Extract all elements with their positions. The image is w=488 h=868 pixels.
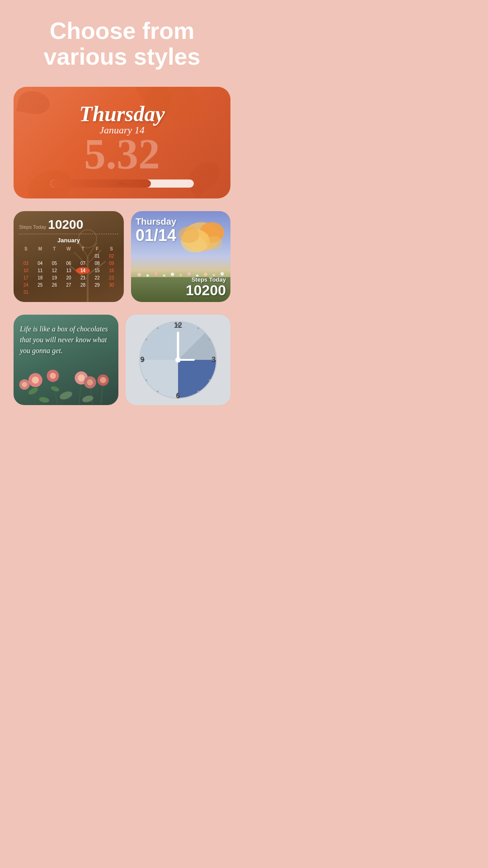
calendar-day (47, 253, 61, 259)
progress-label: 70% (117, 181, 127, 186)
steps-divider (19, 234, 118, 234)
widget-sky-landscape[interactable]: Thursday 01/14 Steps Today 10200 (131, 211, 230, 302)
quote-text: Life is like a box of chocolates that yo… (20, 324, 112, 356)
calendar-day: 06 (62, 260, 76, 267)
svg-point-18 (179, 274, 182, 277)
calendar-day: 16 (104, 267, 118, 274)
calendar-day: 20 (62, 274, 76, 281)
svg-point-39 (100, 377, 106, 383)
calendar-day (76, 289, 90, 296)
steps-today-value: 10200 (48, 217, 83, 231)
sky-day-label: Thursday (136, 217, 176, 227)
svg-point-15 (154, 272, 157, 275)
calendar-day: 01 (90, 253, 104, 259)
page-container: Choose from various styles Thursday Janu… (0, 0, 244, 423)
calendar-header: W (62, 245, 76, 252)
calendar-month: January (19, 237, 118, 244)
svg-point-41 (22, 382, 27, 387)
widget-time-display: 5.32 (84, 132, 160, 176)
calendar-day: 04 (33, 260, 47, 267)
calendar-day (104, 289, 118, 296)
sky-date-display: 01/14 (136, 227, 176, 244)
calendar-day: 02 (104, 253, 118, 259)
calendar-day: 10 (19, 267, 33, 274)
calendar-day: 11 (33, 267, 47, 274)
widget-clock[interactable]: 12 3 6 9 (126, 315, 230, 405)
calendar-day: 15 (90, 267, 104, 274)
calendar-day: 07 (76, 260, 90, 267)
calendar-day[interactable]: 14 (76, 267, 90, 274)
calendar-header: T (76, 245, 90, 252)
widget-datetime-large[interactable]: Thursday January 14 5.32 70% (14, 87, 230, 198)
svg-point-55 (197, 391, 199, 392)
headline-line1: Choose from (50, 18, 195, 44)
quote-flowers-decoration (14, 351, 118, 405)
svg-point-23 (221, 272, 224, 275)
svg-point-44 (59, 390, 74, 401)
calendar-day: 22 (90, 274, 104, 281)
steps-today-label: Steps Today (19, 224, 46, 230)
svg-point-35 (50, 373, 56, 379)
progress-bar-fill (50, 179, 151, 188)
svg-point-57 (145, 379, 147, 381)
calendar-day (76, 253, 90, 259)
svg-point-21 (204, 273, 207, 276)
calendar-day (62, 289, 76, 296)
calendar-day: 19 (47, 274, 61, 281)
calendar-header: M (33, 245, 47, 252)
clock-face: 12 3 6 9 (135, 317, 221, 403)
svg-text:12: 12 (174, 321, 182, 329)
widget-calendar[interactable]: Steps Today 10200 January SMTWTFS0102030… (14, 211, 124, 302)
sky-steps-section: Steps Today 10200 (186, 276, 226, 297)
svg-point-13 (138, 273, 141, 276)
sky-steps-value: 10200 (186, 283, 226, 297)
progress-bar-background: 70% (50, 179, 194, 188)
widget-day-label: Thursday (79, 101, 164, 126)
calendar-day (62, 253, 76, 259)
widgets-row-1: Steps Today 10200 January SMTWTFS0102030… (14, 211, 230, 302)
svg-point-53 (209, 339, 211, 340)
widget-quote[interactable]: Life is like a box of chocolates that yo… (14, 315, 118, 405)
svg-point-59 (157, 327, 159, 329)
svg-point-16 (163, 274, 166, 277)
widget-progress-wrap: 70% (50, 179, 194, 188)
svg-text:3: 3 (212, 356, 216, 363)
svg-point-54 (209, 379, 211, 381)
calendar-day: 28 (76, 282, 90, 288)
calendar-day (90, 289, 104, 296)
calendar-day: 31 (19, 289, 33, 296)
svg-point-30 (28, 387, 39, 396)
svg-point-58 (145, 339, 147, 340)
svg-point-19 (188, 272, 191, 275)
svg-point-43 (87, 379, 93, 386)
calendar-day: 26 (47, 282, 61, 288)
headline-line2: various styles (44, 43, 201, 70)
calendar-header: S (104, 245, 118, 252)
svg-point-12 (206, 236, 222, 250)
svg-point-62 (175, 357, 181, 363)
svg-point-56 (157, 391, 159, 392)
headline: Choose from various styles (44, 18, 201, 70)
svg-point-45 (38, 396, 50, 403)
calendar-day: 12 (47, 267, 61, 274)
calendar-header: F (90, 245, 104, 252)
calendar-day: 13 (62, 267, 76, 274)
steps-label: Steps Today 10200 (19, 218, 118, 231)
calendar-day: 05 (47, 260, 61, 267)
widgets-row-2: Life is like a box of chocolates that yo… (14, 315, 230, 405)
svg-text:6: 6 (176, 392, 180, 400)
svg-point-52 (197, 327, 199, 329)
calendar-day: 08 (90, 260, 104, 267)
svg-point-14 (146, 274, 149, 277)
calendar-day: 18 (33, 274, 47, 281)
calendar-day: 21 (76, 274, 90, 281)
calendar-day (19, 253, 33, 259)
calendar-day (47, 289, 61, 296)
svg-text:9: 9 (141, 356, 145, 363)
calendar-day: 24 (19, 282, 33, 288)
calendar-header: S (19, 245, 33, 252)
calendar-day: 27 (62, 282, 76, 288)
clock-svg: 12 3 6 9 (135, 317, 221, 403)
calendar-day: 29 (90, 282, 104, 288)
calendar-grid: SMTWTFS010203040506070809101112131415161… (19, 245, 118, 296)
